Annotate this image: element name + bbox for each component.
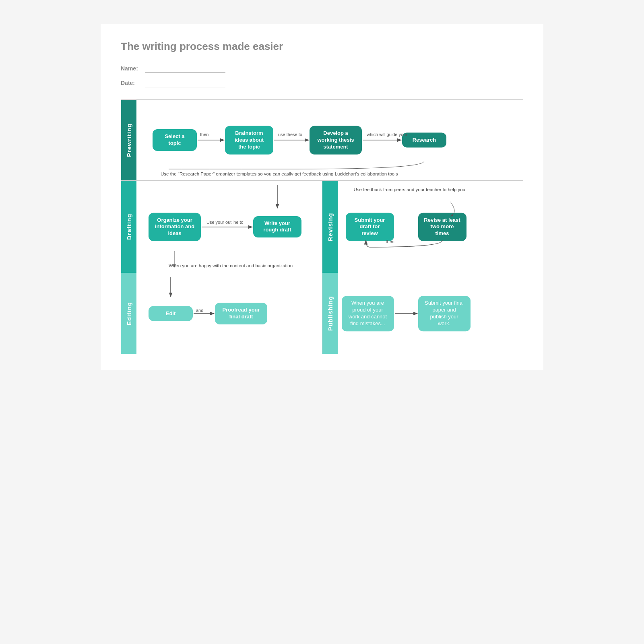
date-row: Date: [121,78,523,87]
connector-use-these: use these to [278,132,302,137]
date-label: Date: [121,80,145,86]
note-research-paper: Use the "Research Paper" organizer templ… [161,171,519,177]
node-proofread: Proofread your final draft [215,303,267,324]
publishing-label: Publishing [322,273,338,354]
connector-which-will: which will guide your [367,132,407,137]
node-organize: Organize your information and ideas [149,213,201,241]
node-proud: When you are proud of your work and cann… [342,296,394,331]
diagram: Prewriting Select a topic Brainstorm ide… [121,99,523,354]
connector-use-outline: Use your outline to [206,220,244,225]
node-research: Research [402,133,446,148]
node-revise: Revise at least two more times [418,213,466,241]
connector-then-2: then [386,239,394,244]
prewriting-content: Select a topic Brainstorm ideas about th… [136,100,523,180]
prewriting-row: Prewriting Select a topic Brainstorm ide… [121,100,523,181]
node-select-topic: Select a topic [153,129,197,151]
prewriting-label: Prewriting [121,100,136,180]
name-input[interactable] [145,64,225,73]
editing-label: Editing [121,273,136,354]
node-brainstorm: Brainstorm ideas about the topic [225,126,273,155]
revising-label: Revising [322,181,338,273]
node-rough-draft: Write your rough draft [253,216,301,238]
node-develop-thesis: Develop a working thesis statement [310,126,362,155]
drafting-label: Drafting [121,181,136,273]
note-feedback: Use feedback from peers and your teacher… [354,186,465,193]
note-happy: When you are happy with the content and … [169,262,293,269]
connector-then-1: then [200,132,208,137]
node-edit: Edit [149,306,193,321]
drafting-revising-row: Drafting Organize your information and i… [121,181,523,273]
editing-publishing-row: Editing Edit and Proofread your final dr… [121,273,523,354]
node-submit-final: Submit your final paper and publish your… [418,296,471,331]
date-input[interactable] [145,78,225,87]
node-submit-draft: Submit your draft for review [346,213,394,241]
name-label: Name: [121,65,145,72]
page: The writing process made easier Name: Da… [101,24,543,370]
page-title: The writing process made easier [121,40,523,53]
connector-and: and [196,308,203,313]
name-row: Name: [121,64,523,73]
